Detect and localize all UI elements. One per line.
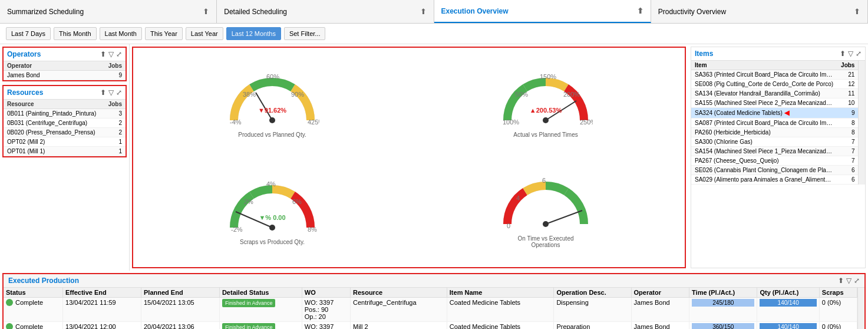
gauge-label-3: Scraps vs Produced Qty.	[240, 239, 305, 245]
svg-point-17	[269, 225, 275, 231]
item-row[interactable]: SA134 (Elevator Handrail_Barandilla_Corr…	[691, 89, 858, 98]
operators-table: Operator Jobs James Bond 9	[4, 61, 126, 80]
exec-row[interactable]: Complete 13/04/2021 12:00 20/04/2021 13:…	[4, 322, 857, 330]
exec-planned-end: 15/04/2021 13:05	[141, 298, 219, 322]
item-name: PA267 (Cheese_Queso_Queijo)	[691, 156, 837, 166]
exec-table: Status Effective End Planned End Detaile…	[4, 288, 857, 329]
resource-row[interactable]: 0B020 (Press_Prensado_Prensa)2	[4, 128, 126, 137]
resources-col-jobs: Jobs	[104, 100, 126, 109]
item-row[interactable]: SA324 (Coated Medicine Tablets) ◀9	[691, 108, 858, 119]
exec-resource: Mill 2	[350, 322, 447, 330]
tab-detailed-scheduling[interactable]: Detailed Scheduling ⬆	[217, 0, 434, 23]
item-jobs: 10	[837, 98, 858, 108]
svg-text:0: 0	[507, 222, 510, 229]
operators-filter-icon[interactable]: ▽	[108, 50, 114, 58]
resource-row[interactable]: OPT02 (Mill 2)1	[4, 137, 126, 147]
resources-expand-icon[interactable]: ⤢	[116, 88, 122, 97]
operators-upload-icon[interactable]: ⬆	[100, 50, 106, 58]
gauge-svg-1: -4% 38% 60% 90% 425% ▼91.62%	[225, 70, 319, 129]
resource-row[interactable]: 0B011 (Painting_Pintado_Pintura)3	[4, 109, 126, 119]
item-row[interactable]: PA260 (Herbicide_Herbicida)8	[691, 128, 858, 137]
item-row[interactable]: SA029 (Alimento para Animales a Granel_A…	[691, 175, 858, 185]
resource-jobs: 2	[104, 128, 126, 137]
exec-col-resource: Resource	[350, 288, 447, 298]
resource-jobs: 1	[104, 147, 126, 156]
resources-filter-icon[interactable]: ▽	[108, 88, 114, 97]
exec-upload-icon[interactable]: ⬆	[838, 277, 844, 285]
exec-col-wo: WO	[302, 288, 350, 298]
item-jobs: 9	[837, 108, 858, 119]
item-row[interactable]: SA087 (Printed Circuit Board_Placa de Ci…	[691, 119, 858, 128]
item-name: SA155 (Machined Steel Piece 2_Pieza Meca…	[691, 98, 837, 108]
exec-operation-desc: Dispensing	[554, 298, 631, 322]
svg-text:▼% 0.00: ▼% 0.00	[259, 214, 285, 221]
filter-last-year[interactable]: Last Year	[186, 27, 223, 40]
status-circle	[6, 323, 13, 329]
top-row: Operators ⬆ ▽ ⤢ Operator Jobs	[0, 44, 868, 271]
item-name: SA087 (Printed Circuit Board_Placa de Ci…	[691, 119, 837, 128]
svg-text:4: 4	[516, 195, 520, 202]
svg-text:250%: 250%	[580, 119, 593, 126]
exec-col-effective-end: Effective End	[63, 288, 141, 298]
item-row[interactable]: SE008 (Pig Cutting_Corte de Cerdo_Corte …	[691, 80, 858, 89]
item-row[interactable]: SA300 (Chlorine Gas)7	[691, 137, 858, 147]
exec-detailed-status: Finished in Advance	[219, 298, 302, 322]
filter-set-filter[interactable]: Set Filter...	[284, 27, 326, 40]
filter-last7days[interactable]: Last 7 Days	[6, 27, 51, 40]
exec-col-scraps: Scraps	[819, 288, 857, 298]
items-filter-icon[interactable]: ▽	[848, 50, 853, 58]
tab-productivity-overview[interactable]: Productivity Overview ⬆	[651, 0, 868, 23]
exec-row[interactable]: Complete 13/04/2021 11:59 15/04/2021 13:…	[4, 298, 857, 322]
filter-this-month[interactable]: This Month	[54, 27, 96, 40]
item-row[interactable]: SA363 (Printed Circuit Board_Placa de Ci…	[691, 70, 858, 80]
resources-upload-icon[interactable]: ⬆	[100, 88, 106, 97]
gauge-svg-2: 100% 50% 150% 200% 250% ▲200.53%	[499, 70, 593, 129]
resource-jobs: 2	[104, 119, 126, 128]
gauge-ontime-vs-executed: 0 4 6 8 10 100.00 % On Time vs Executed …	[409, 157, 682, 265]
exec-planned-end: 20/04/2021 13:06	[141, 322, 219, 330]
item-row[interactable]: PA267 (Cheese_Queso_Queijo)7	[691, 156, 858, 166]
exec-filter-icon[interactable]: ▽	[846, 277, 852, 285]
exec-scrollbar[interactable]	[857, 288, 864, 329]
svg-text:60%: 60%	[266, 73, 279, 80]
exec-qty: 140/140	[757, 298, 819, 322]
executed-production-title: Executed Production	[8, 277, 79, 285]
tab-summarized-scheduling[interactable]: Summarized Scheduling ⬆	[0, 0, 217, 23]
items-title: Items	[695, 50, 713, 58]
item-row[interactable]: SA154 (Machined Steel Piece 1_Pieza Meca…	[691, 147, 858, 156]
resource-row[interactable]: OPT01 (Mill 1)1	[4, 147, 126, 156]
item-jobs: 8	[837, 128, 858, 137]
filter-last-month[interactable]: Last Month	[100, 27, 142, 40]
resource-row[interactable]: 0B031 (Centrifuge_Centrifuga)2	[4, 119, 126, 128]
exec-col-detailed-status: Detailed Status	[219, 288, 302, 298]
item-jobs: 7	[837, 147, 858, 156]
tab-label: Summarized Scheduling	[7, 8, 84, 16]
filter-this-year[interactable]: This Year	[145, 27, 183, 40]
item-row[interactable]: SA155 (Machined Steel Piece 2_Pieza Meca…	[691, 98, 858, 108]
items-scrollbar[interactable]	[858, 61, 865, 185]
svg-text:50%: 50%	[515, 91, 528, 98]
item-jobs: 8	[837, 119, 858, 128]
exec-item-name: Coated Medicine Tablets	[447, 298, 554, 322]
exec-col-planned-end: Planned End	[141, 288, 219, 298]
item-name: SA300 (Chlorine Gas)	[691, 137, 837, 147]
svg-text:200%: 200%	[563, 91, 580, 98]
item-row[interactable]: SE026 (Cannabis Plant Cloning_Clonagem d…	[691, 166, 858, 175]
item-name: SA324 (Coated Medicine Tablets) ◀	[691, 108, 837, 119]
tab-label: Execution Overview	[441, 7, 509, 15]
exec-expand-icon[interactable]: ⤢	[854, 277, 860, 285]
item-name: SA154 (Machined Steel Piece 1_Pieza Meca…	[691, 147, 837, 156]
items-expand-icon[interactable]: ⤢	[856, 50, 862, 58]
items-upload-icon[interactable]: ⬆	[840, 50, 846, 58]
exec-resource: Centrifuge_Centrifuga	[350, 298, 447, 322]
tab-execution-overview[interactable]: Execution Overview ⬆	[434, 0, 651, 23]
operators-expand-icon[interactable]: ⤢	[116, 50, 122, 58]
selected-arrow: ◀	[784, 109, 789, 116]
resources-panel-header: Resources ⬆ ▽ ⤢	[4, 86, 126, 100]
exec-col-item-name: Item Name	[447, 288, 554, 298]
filter-last12months[interactable]: Last 12 Months	[226, 27, 281, 40]
right-section: Items ⬆ ▽ ⤢ Item Jobs	[688, 44, 868, 271]
operators-row[interactable]: James Bond 9	[4, 71, 126, 80]
header-tabs: Summarized Scheduling ⬆ Detailed Schedul…	[0, 0, 868, 24]
exec-col-operator: Operator	[631, 288, 689, 298]
